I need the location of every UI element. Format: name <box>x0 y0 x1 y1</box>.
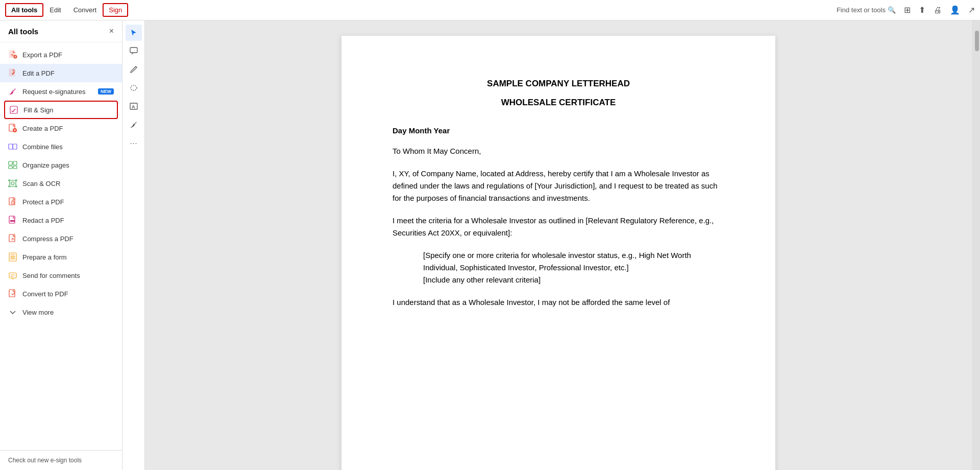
draw-tool-button[interactable] <box>126 61 142 78</box>
svg-rect-18 <box>9 234 15 242</box>
export-pdf-label: Export a PDF <box>22 51 114 59</box>
sidebar-item-create-pdf[interactable]: Create a PDF <box>0 119 122 137</box>
new-badge: NEW <box>98 88 114 95</box>
sidebar-item-compress-pdf[interactable]: Compress a PDF <box>0 229 122 248</box>
edit-pdf-label: Edit a PDF <box>22 69 114 77</box>
upload-icon[interactable]: ⬆ <box>919 5 925 15</box>
svg-rect-6 <box>9 144 13 149</box>
sidebar-item-fill-sign[interactable]: Fill & Sign <box>4 101 118 119</box>
account-icon[interactable]: 👤 <box>950 5 960 15</box>
view-more-label: View more <box>22 309 114 316</box>
main-area: All tools × Export a PDF Edit a PDF <box>0 20 980 470</box>
svg-rect-9 <box>13 161 17 165</box>
sidebar-header: All tools × <box>0 20 122 42</box>
sign-tool-button[interactable] <box>126 116 142 133</box>
prepare-form-icon <box>8 252 17 262</box>
sidebar-title: All tools <box>8 27 38 36</box>
toolbar-strip: A ··· <box>122 20 145 470</box>
svg-rect-20 <box>11 256 15 257</box>
svg-rect-15 <box>11 202 14 204</box>
document-area: SAMPLE COMPANY LETTERHEAD WHOLESALE CERT… <box>145 20 972 470</box>
sidebar-item-prepare-form[interactable]: Prepare a form <box>0 248 122 266</box>
top-bar-right: Find text or tools 🔍 ⊞ ⬆ 🖨 👤 ↗ <box>837 5 975 15</box>
find-text-label: Find text or tools <box>837 6 886 14</box>
sidebar-item-view-more[interactable]: View more <box>0 303 122 321</box>
sidebar-item-edit-pdf[interactable]: Edit a PDF <box>0 64 122 82</box>
organize-pages-label: Organize pages <box>22 161 114 169</box>
scan-ocr-icon <box>8 179 17 188</box>
menu-all-tools[interactable]: All tools <box>5 3 43 17</box>
svg-rect-12 <box>10 180 16 186</box>
redact-pdf-icon <box>8 216 17 225</box>
sidebar-item-protect-pdf[interactable]: Protect a PDF <box>0 193 122 211</box>
combine-files-label: Combine files <box>22 143 114 151</box>
select-tool-button[interactable] <box>126 25 142 41</box>
doc-paragraph-2: I meet the criteria for a Wholesale Inve… <box>393 215 724 239</box>
layout-icon[interactable]: ⊞ <box>904 5 911 15</box>
protect-pdf-icon <box>8 197 17 206</box>
search-icon: 🔍 <box>888 6 896 14</box>
sidebar-item-organize-pages[interactable]: Organize pages <box>0 156 122 174</box>
protect-pdf-label: Protect a PDF <box>22 198 114 206</box>
fill-sign-icon <box>9 105 18 114</box>
close-sidebar-button[interactable]: × <box>109 27 114 36</box>
svg-text:A: A <box>132 104 135 109</box>
doc-paragraph-3: I understand that as a Wholesale Investo… <box>393 296 724 309</box>
create-pdf-icon <box>8 124 17 133</box>
doc-indented-1: [Specify one or more criteria for wholes… <box>423 249 724 274</box>
right-scroll-panel[interactable] <box>972 20 980 470</box>
sidebar: All tools × Export a PDF Edit a PDF <box>0 20 122 470</box>
sidebar-items-list: Export a PDF Edit a PDF Request e-signat… <box>0 42 122 450</box>
text-tool-button[interactable]: A <box>126 98 142 114</box>
sidebar-footer[interactable]: Check out new e-sign tools <box>0 450 122 470</box>
doc-paragraph-1: I, XY, of Company Name, located at Addre… <box>393 168 724 204</box>
svg-rect-3 <box>10 106 17 113</box>
find-text-tools[interactable]: Find text or tools 🔍 <box>837 6 896 14</box>
share-icon[interactable]: ↗ <box>968 5 975 15</box>
edit-pdf-icon <box>8 68 17 78</box>
convert-pdf-label: Convert to PDF <box>22 290 114 298</box>
organize-pages-icon <box>8 160 17 170</box>
view-more-icon <box>8 308 17 317</box>
print-icon[interactable]: 🖨 <box>934 6 942 15</box>
combine-files-icon <box>8 142 17 151</box>
menu-sign[interactable]: Sign <box>103 3 128 17</box>
svg-point-25 <box>131 85 137 90</box>
doc-indented-2: [Include any other relevant criteria] <box>423 274 724 286</box>
menu-convert[interactable]: Convert <box>67 3 103 17</box>
menu-edit[interactable]: Edit <box>43 3 67 17</box>
fill-sign-label: Fill & Sign <box>23 106 113 114</box>
comment-tool-button[interactable] <box>126 43 142 59</box>
create-pdf-label: Create a PDF <box>22 125 114 132</box>
svg-rect-17 <box>10 220 15 222</box>
svg-point-13 <box>11 182 14 185</box>
request-esign-icon <box>8 87 17 96</box>
sidebar-item-redact-pdf[interactable]: Redact a PDF <box>0 211 122 229</box>
prepare-form-label: Prepare a form <box>22 253 114 261</box>
sidebar-item-combine-files[interactable]: Combine files <box>0 137 122 156</box>
doc-date: Day Month Year <box>393 125 724 137</box>
svg-rect-22 <box>9 273 16 278</box>
sidebar-item-export-pdf[interactable]: Export a PDF <box>0 45 122 64</box>
lasso-tool-button[interactable] <box>126 80 142 96</box>
redact-pdf-label: Redact a PDF <box>22 217 114 224</box>
doc-salutation: To Whom It May Concern, <box>393 145 724 157</box>
sidebar-item-convert-pdf[interactable]: Convert to PDF <box>0 285 122 303</box>
svg-rect-16 <box>9 216 15 223</box>
svg-rect-7 <box>13 144 17 149</box>
top-bar: All tools Edit Convert Sign Find text or… <box>0 0 980 20</box>
send-comments-label: Send for comments <box>22 272 114 279</box>
more-tools-button[interactable]: ··· <box>126 135 142 151</box>
footer-label: Check out new e-sign tools <box>8 457 82 464</box>
svg-rect-21 <box>11 258 15 259</box>
svg-rect-8 <box>9 161 12 165</box>
sidebar-item-request-esign[interactable]: Request e-signatures NEW <box>0 82 122 101</box>
svg-rect-11 <box>13 166 17 169</box>
svg-rect-24 <box>130 48 137 53</box>
sidebar-item-scan-ocr[interactable]: Scan & OCR <box>0 174 122 193</box>
convert-pdf-icon <box>8 289 17 298</box>
compress-pdf-icon <box>8 234 17 243</box>
scan-ocr-label: Scan & OCR <box>22 180 114 187</box>
scrollbar-thumb[interactable] <box>975 31 979 51</box>
sidebar-item-send-comments[interactable]: Send for comments <box>0 266 122 285</box>
